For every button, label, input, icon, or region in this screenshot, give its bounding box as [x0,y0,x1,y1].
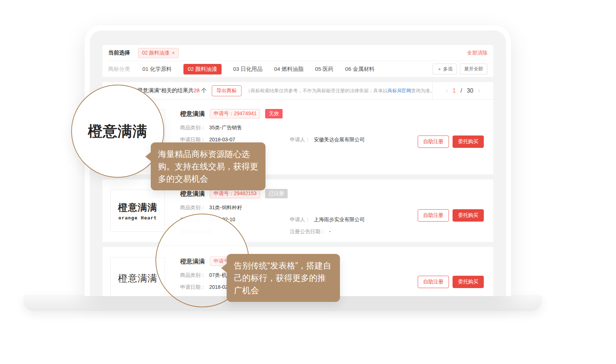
results-header: 为您检索到“橙意满满”相关的结果共28 个 导出商标 （商标检索结果仅供参考，不… [102,82,493,100]
magnifier-circle: 橙意满满 [71,85,164,178]
category-row: 商标分类 01 化学原料 02 颜料油漆 03 日化用品 04 燃料油脂 05 … [108,61,487,77]
trademark-image-subtext: orange Heart [118,215,157,221]
trademark-image-text: 橙意满满 [118,201,157,214]
category-line: 商品类别：31类-饲料种籽 [180,204,412,211]
applicant-value: 安徽美达会展有限公司 [314,136,365,143]
selected-filter-tag-text: 02 颜料油漆 [142,50,169,56]
category-item-02-selected[interactable]: 02 颜料油漆 [183,64,222,74]
tooltip-text: 海量精品商标资源随心选购。支持在线交易，获得更多的交易机会 [158,149,258,183]
next-page-icon[interactable]: › [478,87,480,94]
category-item-01[interactable]: 01 化学原料 [142,66,172,73]
reg-announce-label: 注册公告日期： [290,228,325,235]
summary-unit: 个 [200,87,207,93]
filter-actions: ＋ 多选 展开全部 [433,64,487,74]
category-row-label: 商标分类 [108,66,130,73]
applicant-label: 申请人： [290,216,310,223]
expand-all-button[interactable]: 展开全部 [460,64,487,74]
reg-announce-value: - [329,228,331,235]
category-label: 商品类别： [180,124,206,131]
filter-panel: 当前选择 02 颜料油漆 × 全部清除 商标分类 01 化学原料 02 颜料油漆… [102,45,493,77]
self-register-button[interactable]: 自助注册 [418,276,449,288]
disclaimer-prefix: （商标检索结果仅供参考，不作为商标能否注册的法律依据；具体以 [246,88,388,93]
trademark-image: 橙意满满 orange Heart [110,190,165,232]
category-value: 31类-饲料种籽 [209,204,242,211]
row-actions: 自助注册 委托购买 [418,276,484,288]
category-item-05[interactable]: 05 医药 [315,66,333,73]
date-applicant-line: 申请日期：2018-03-07 申请人：安徽美达会展有限公司 [180,136,412,143]
tooltip-pointer-icon [145,152,151,161]
result-count: 28 [194,87,200,93]
app-no-label: 申请号： [214,110,234,116]
category-label: 商品类别： [180,204,206,211]
trademark-name: 橙意满满 [180,110,205,118]
page-separator: / [461,88,462,94]
results-summary-area: 为您检索到“橙意满满”相关的结果共28 个 导出商标 （商标检索结果仅供参考，不… [102,85,432,96]
magnified-trademark-text: 橙意满满 [88,121,147,141]
feature-tooltip: 告别传统“发表格”，搭建自己的标行，获得更多的推广机会 [227,254,340,302]
app-no-value: 29474941 [234,110,256,116]
self-register-button[interactable]: 自助注册 [418,209,449,222]
category-item-04[interactable]: 04 燃料油脂 [274,66,304,73]
applicant-label: 申请人： [290,136,310,143]
page: 当前选择 02 颜料油漆 × 全部清除 商标分类 01 化学原料 02 颜料油漆… [0,0,616,364]
status-badge: 已注册 [265,189,288,198]
tooltip-text: 告别传统“发表格”，搭建自己的标行，获得更多的推广机会 [234,261,331,295]
category-list: 01 化学原料 02 颜料油漆 03 日化用品 04 燃料油脂 05 医药 06… [142,64,374,74]
pagination: ‹ 1 / 30 › [432,82,493,99]
trademark-image-text: 橙意满满 [118,272,157,285]
total-pages: 30 [467,88,473,94]
category-value: 35类-广告销售 [209,124,242,131]
category-item-06[interactable]: 06 金属材料 [345,66,374,73]
entrust-purchase-button[interactable]: 委托购买 [453,209,484,222]
current-selection-row: 当前选择 02 颜料油漆 × 全部清除 [108,45,487,61]
disclaimer-text: （商标检索结果仅供参考，不作为商标能否注册的法律依据；具体以商标局官网查询为准。… [246,88,432,94]
current-page: 1 [453,88,456,94]
category-line: 商品类别：35类-广告销售 [180,124,412,131]
close-icon[interactable]: × [172,50,175,56]
applicant-value: 上海雨步实业有限公司 [314,216,365,223]
row-actions: 自助注册 委托购买 [418,136,484,148]
app-no-value: 29482153 [234,190,256,196]
trademark-details: 橙意满满 申请号：29474941 无效 商品类别：35类-广告销售 申请日期：… [180,109,412,148]
entrust-purchase-button[interactable]: 委托购买 [453,276,484,288]
multi-select-button[interactable]: ＋ 多选 [433,64,457,74]
app-no-label: 申请号： [214,190,234,196]
application-number-tag: 申请号：29474941 [210,109,260,118]
trademark-name: 橙意满满 [180,190,205,198]
current-selection-label: 当前选择 [108,49,130,56]
self-register-button[interactable]: 自助注册 [418,136,449,148]
feature-tooltip: 海量精品商标资源随心选购。支持在线交易，获得更多的交易机会 [151,142,266,190]
tooltip-pointer-icon [221,263,227,273]
name-line: 橙意满满 申请号：29474941 无效 [180,109,412,118]
clear-all-link[interactable]: 全部清除 [467,50,487,56]
apply-date-label: 申请日期： [180,136,206,143]
row-actions: 自助注册 委托购买 [418,209,484,222]
disclaimer-suffix: 查询为准。） [411,88,432,93]
selected-filter-tag[interactable]: 02 颜料油漆 × [138,48,179,58]
trademark-office-link[interactable]: 商标局官网 [388,88,411,93]
category-item-03[interactable]: 03 日化用品 [233,66,263,73]
export-trademark-button[interactable]: 导出商标 [212,85,242,96]
entrust-purchase-button[interactable]: 委托购买 [453,136,484,148]
prev-page-icon[interactable]: ‹ [446,87,448,94]
status-badge: 无效 [265,109,283,118]
apply-date-value: 2018-03-07 [209,136,235,143]
